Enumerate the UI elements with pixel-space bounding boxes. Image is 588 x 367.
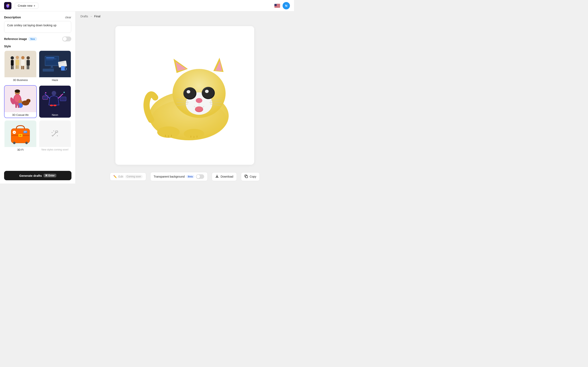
svg-rect-4 bbox=[12, 66, 13, 69]
generate-label: Generate drafts bbox=[19, 174, 42, 177]
style-card-3d-business[interactable]: 3D Business bbox=[4, 50, 37, 83]
plus-icon: + bbox=[34, 4, 35, 7]
enter-badge: ⌘ Enter bbox=[43, 174, 56, 177]
keyboard-icon: ⌘ bbox=[45, 174, 48, 177]
reference-image-row: Reference image New bbox=[4, 36, 71, 42]
svg-point-9 bbox=[21, 56, 25, 59]
svg-rect-15 bbox=[27, 66, 28, 69]
style-card-3d-casual[interactable]: 3D Casual life bbox=[4, 85, 37, 118]
svg-point-68 bbox=[53, 131, 54, 131]
toggle-small-knob bbox=[196, 175, 200, 178]
description-title: Description bbox=[4, 16, 21, 19]
svg-point-89 bbox=[184, 88, 196, 99]
breadcrumb-drafts[interactable]: Drafts bbox=[80, 15, 88, 18]
style-card-haze[interactable]: Haze bbox=[39, 50, 71, 83]
content-area: Drafts → Final bbox=[76, 11, 294, 184]
svg-point-97 bbox=[195, 106, 203, 111]
svg-line-70 bbox=[52, 135, 52, 136]
svg-rect-6 bbox=[16, 59, 19, 65]
style-card-img-3d-casual bbox=[4, 86, 36, 112]
svg-rect-62 bbox=[24, 132, 26, 132]
style-card-label-3d-fi: 3D Fi bbox=[4, 147, 36, 152]
style-card-img-neon bbox=[39, 86, 71, 112]
transparent-bg-toggle[interactable] bbox=[196, 174, 204, 179]
svg-point-52 bbox=[53, 105, 57, 106]
style-card-label-3d-business: 3D Business bbox=[4, 77, 36, 83]
transparent-background-section: Transparent background Beta bbox=[150, 172, 208, 181]
create-new-label: Create new bbox=[18, 4, 33, 7]
bottom-toolbar: ✏️ Edit Coming soon Transparent backgrou… bbox=[76, 170, 294, 184]
description-header: Description clear bbox=[4, 16, 71, 19]
svg-rect-61 bbox=[24, 131, 27, 132]
style-card-3d-fi[interactable]: ✈ 3D Fi bbox=[4, 120, 37, 153]
svg-point-63 bbox=[13, 142, 16, 144]
clear-button[interactable]: clear bbox=[65, 16, 71, 19]
create-new-button[interactable]: Create new + bbox=[15, 3, 38, 9]
pencil-icon: ✏️ bbox=[113, 175, 117, 178]
description-input[interactable]: Cute smiley cat laying down looking up bbox=[4, 21, 71, 33]
sidebar: Description clear Cute smiley cat laying… bbox=[0, 11, 76, 184]
style-card-label-haze: Haze bbox=[39, 77, 71, 83]
svg-rect-28 bbox=[61, 66, 65, 71]
transparent-bg-label: Transparent background bbox=[154, 175, 185, 178]
copy-button[interactable]: Copy bbox=[241, 172, 260, 181]
svg-point-93 bbox=[205, 90, 209, 93]
flag-canton bbox=[274, 4, 277, 6]
svg-point-38 bbox=[29, 99, 30, 102]
svg-point-69 bbox=[57, 135, 58, 136]
reference-image-left: Reference image New bbox=[4, 37, 37, 41]
toggle-knob bbox=[63, 37, 67, 41]
style-card-neon[interactable]: Neon bbox=[39, 85, 71, 118]
logo-icon[interactable] bbox=[4, 2, 11, 9]
generate-drafts-button[interactable]: Generate drafts ⌘ Enter bbox=[4, 171, 71, 180]
style-card-img-haze bbox=[39, 51, 71, 77]
edit-button[interactable]: ✏️ Edit Coming soon bbox=[110, 173, 146, 181]
svg-point-92 bbox=[203, 88, 214, 98]
header-right: N bbox=[274, 2, 290, 9]
style-card-label-3d-casual: 3D Casual life bbox=[4, 112, 36, 118]
svg-point-45 bbox=[45, 92, 46, 93]
svg-rect-50 bbox=[43, 96, 48, 100]
svg-rect-104 bbox=[246, 176, 248, 178]
copy-icon bbox=[244, 175, 248, 179]
svg-rect-3 bbox=[11, 66, 12, 69]
svg-rect-2 bbox=[11, 60, 14, 66]
edit-label: Edit bbox=[118, 175, 123, 178]
svg-point-51 bbox=[50, 105, 53, 106]
reference-image-toggle[interactable] bbox=[62, 36, 71, 42]
main-layout: Description clear Cute smiley cat laying… bbox=[0, 11, 294, 184]
svg-point-0 bbox=[8, 4, 9, 5]
download-button[interactable]: Download bbox=[212, 172, 237, 181]
image-area bbox=[76, 21, 294, 170]
svg-point-46 bbox=[63, 92, 65, 93]
svg-rect-22 bbox=[51, 66, 53, 68]
svg-point-13 bbox=[26, 56, 30, 59]
style-card-img-3d-fi: ✈ bbox=[4, 120, 36, 147]
svg-rect-49 bbox=[60, 97, 66, 101]
style-card-coming-soon: New styles coming soon! bbox=[39, 120, 71, 153]
breadcrumb-final: Final bbox=[94, 15, 100, 18]
style-title: Style bbox=[4, 45, 71, 48]
svg-rect-14 bbox=[26, 60, 30, 66]
svg-point-90 bbox=[187, 90, 190, 93]
breadcrumb: Drafts → Final bbox=[76, 11, 294, 21]
svg-rect-20 bbox=[46, 59, 56, 59]
svg-point-48 bbox=[61, 94, 61, 95]
download-label: Download bbox=[221, 175, 233, 178]
copy-label: Copy bbox=[250, 175, 256, 178]
svg-rect-8 bbox=[17, 65, 18, 69]
reference-image-label: Reference image bbox=[4, 37, 27, 41]
breadcrumb-arrow: → bbox=[90, 15, 93, 18]
svg-point-5 bbox=[16, 56, 19, 59]
svg-rect-16 bbox=[28, 66, 29, 69]
cat-illustration bbox=[136, 47, 234, 144]
svg-point-94 bbox=[196, 98, 202, 103]
svg-point-39 bbox=[26, 99, 28, 102]
generate-section: Generate drafts ⌘ Enter bbox=[0, 167, 76, 184]
style-card-label-neon: Neon bbox=[39, 112, 71, 118]
svg-rect-41 bbox=[18, 105, 19, 108]
svg-rect-11 bbox=[21, 66, 22, 69]
language-flag[interactable] bbox=[274, 4, 280, 8]
avatar[interactable]: N bbox=[283, 2, 290, 9]
svg-rect-10 bbox=[21, 60, 25, 66]
